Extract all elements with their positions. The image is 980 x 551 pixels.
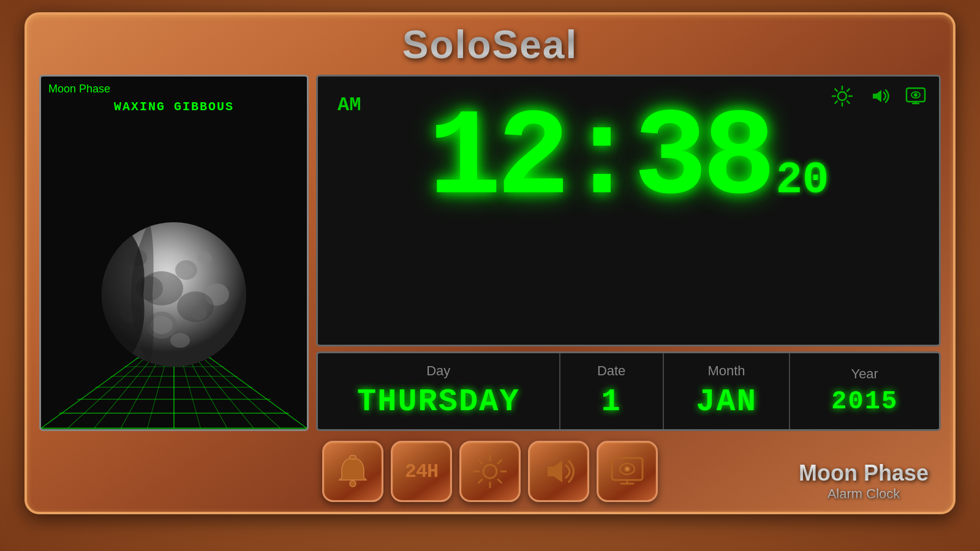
day-section: Day THURSDAY [318,353,560,429]
month-section: Month JAN [664,353,791,429]
clock-panel: AM 12:38 20 Day THURSDAY Date 1 [316,75,941,431]
moon-phase-text: WAXING GIBBOUS [41,100,307,114]
format-24h-button[interactable]: 24H [391,441,452,502]
svg-rect-52 [350,455,356,459]
svg-point-33 [170,333,190,348]
sound-button[interactable] [528,441,589,502]
svg-point-48 [914,93,918,97]
svg-point-29 [151,316,173,334]
moon-panel-label: Moon Phase [48,83,110,96]
clock-display: AM 12:38 20 [316,75,941,347]
moon-image [100,221,247,368]
month-value: JAN [696,384,757,420]
brand-name: Moon Phase [799,460,929,486]
svg-line-60 [498,460,502,464]
svg-line-43 [847,101,850,103]
alarm-button[interactable] [322,441,383,502]
year-section: Year 2015 [790,353,939,429]
brand-logo: Moon Phase Alarm Clock [799,460,929,502]
svg-point-36 [177,291,214,322]
svg-line-59 [498,479,502,483]
format-24h-label: 24H [405,460,439,483]
svg-line-45 [835,101,837,103]
main-frame: SoloSeal Moon Phase WAXING GIBBOUS [24,12,956,514]
date-label: Date [597,363,625,379]
app-title: SoloSeal [402,23,578,67]
year-value: 2015 [831,387,898,416]
svg-point-51 [350,481,356,487]
year-label: Year [851,366,878,382]
am-pm-indicator: AM [337,94,361,116]
month-label: Month [707,363,745,379]
svg-point-37 [838,92,846,100]
day-value: THURSDAY [357,384,520,420]
date-value: 1 [601,384,622,420]
title-bar: SoloSeal [39,22,941,67]
svg-line-61 [479,479,483,483]
svg-point-31 [197,252,212,264]
date-section: Date 1 [560,353,664,429]
time-main: 12:38 [428,99,771,221]
svg-line-58 [479,460,483,464]
clock-icons [831,85,927,111]
svg-point-24 [179,264,194,276]
control-buttons: 24H [322,441,658,502]
brightness-button[interactable] [459,441,521,502]
day-label: Day [426,363,450,379]
sound-icon[interactable] [868,85,890,111]
svg-line-44 [847,89,850,91]
display-icon[interactable] [905,85,927,111]
brightness-icon[interactable] [831,85,853,111]
svg-point-53 [483,465,497,478]
date-panel: Day THURSDAY Date 1 Month JAN Year 2015 [316,351,941,431]
moon-panel: Moon Phase WAXING GIBBOUS [39,75,309,431]
display-button[interactable] [597,441,658,502]
svg-line-42 [835,89,837,91]
svg-point-65 [626,468,629,471]
brand-subtitle: Alarm Clock [799,486,929,502]
bottom-controls: 24H [39,441,941,502]
time-seconds: 20 [776,156,829,206]
main-content: Moon Phase WAXING GIBBOUS [39,75,941,431]
